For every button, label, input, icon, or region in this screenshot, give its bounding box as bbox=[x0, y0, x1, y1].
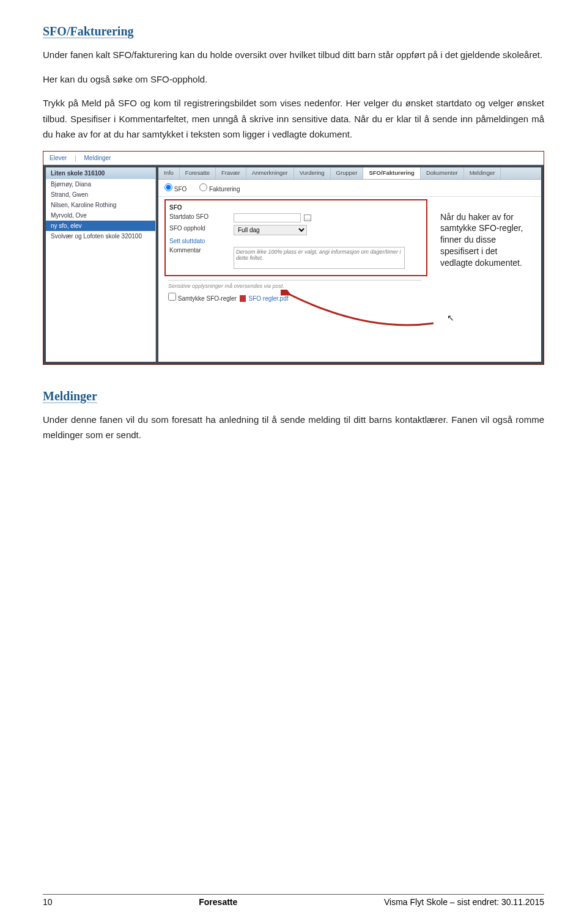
calendar-icon[interactable] bbox=[304, 215, 311, 221]
sidebar-item[interactable]: Nilsen, Karoline Rothing bbox=[46, 200, 155, 210]
sidebar-item[interactable]: Svolvær og Lofoten skole 320100 bbox=[46, 231, 155, 241]
pdf-icon bbox=[240, 295, 246, 302]
topbar-link-elever[interactable]: Elever bbox=[50, 155, 67, 161]
tab[interactable]: Anmerkninger bbox=[246, 167, 294, 179]
consent-row: Samtykke SFO-regler SFO regler.pdf bbox=[168, 293, 422, 302]
select-opphold[interactable]: Full dag bbox=[234, 225, 307, 235]
consent-label: Samtykke SFO-regler bbox=[178, 295, 237, 302]
radio-fakturering[interactable]: Fakturering bbox=[199, 186, 240, 193]
tab-bar: InfoForesatteFraværAnmerkningerVurdering… bbox=[158, 167, 541, 180]
cursor-icon: ↖ bbox=[447, 313, 454, 323]
sidebar-header: Liten skole 316100 bbox=[46, 167, 155, 179]
sidebar-item[interactable]: Strand, Gwen bbox=[46, 189, 155, 200]
embedded-screenshot: Elever | Meldinger Liten skole 316100 Bj… bbox=[43, 151, 544, 365]
paragraph: Trykk på Meld på SFO og kom til registre… bbox=[43, 95, 544, 142]
label-startdato: Startdato SFO bbox=[169, 213, 234, 220]
tab[interactable]: Dokumenter bbox=[421, 167, 464, 179]
tab[interactable]: Meldinger bbox=[464, 167, 501, 179]
tab[interactable]: Fravær bbox=[216, 167, 246, 179]
sidebar-item[interactable]: Myrvold, Ove bbox=[46, 210, 155, 221]
tab[interactable]: SFO/Fakturering bbox=[363, 167, 420, 179]
link-sluttdato[interactable]: Sett sluttdato bbox=[169, 238, 234, 244]
main-panel: InfoForesatteFraværAnmerkningerVurdering… bbox=[158, 167, 541, 362]
callout-box: Når du haker av for samtykke SFO-regler,… bbox=[435, 205, 530, 275]
footer-page-number: 10 bbox=[43, 897, 53, 907]
app-topbar: Elever | Meldinger bbox=[43, 152, 544, 165]
consent-doc-link[interactable]: SFO regler.pdf bbox=[248, 295, 288, 302]
sensitive-note: Sensitive opplysninger må oversendes via… bbox=[168, 280, 422, 292]
label-kommentar: Kommentar bbox=[169, 247, 234, 254]
checkbox-consent[interactable] bbox=[168, 293, 176, 301]
paragraph: Under fanen kalt SFO/fakturering kan du … bbox=[43, 47, 544, 63]
heading-meldinger: Meldinger bbox=[43, 389, 544, 403]
sfo-form: SFO Startdato SFO SFO opphold Full dag bbox=[164, 199, 427, 276]
label-opphold: SFO opphold bbox=[169, 225, 234, 232]
textarea-kommentar[interactable] bbox=[234, 247, 405, 269]
paragraph: Her kan du også søke om SFO-opphold. bbox=[43, 72, 544, 87]
tab[interactable]: Info bbox=[158, 167, 180, 179]
sidebar-item[interactable]: Bjørnøy, Diana bbox=[46, 179, 155, 189]
radio-row: SFO Fakturering bbox=[158, 180, 541, 197]
tab[interactable]: Grupper bbox=[331, 167, 364, 179]
tab[interactable]: Vurdering bbox=[294, 167, 331, 179]
sidebar-item[interactable]: ny sfo, elev bbox=[46, 221, 155, 231]
paragraph: Under denne fanen vil du som foresatt ha… bbox=[43, 412, 544, 443]
footer-center: Foresatte bbox=[199, 897, 237, 907]
tab[interactable]: Foresatte bbox=[180, 167, 216, 179]
page-footer: 10 Foresatte Visma Flyt Skole – sist end… bbox=[43, 894, 544, 907]
heading-sfo-fakturering: SFO/Fakturering bbox=[43, 24, 544, 38]
topbar-link-meldinger[interactable]: Meldinger bbox=[84, 155, 111, 161]
input-startdato[interactable] bbox=[234, 213, 301, 222]
form-heading: SFO bbox=[169, 204, 234, 211]
radio-sfo[interactable]: SFO bbox=[164, 186, 186, 193]
footer-right: Visma Flyt Skole – sist endret: 30.11.20… bbox=[384, 897, 544, 907]
sidebar: Liten skole 316100 Bjørnøy, DianaStrand,… bbox=[46, 167, 156, 362]
